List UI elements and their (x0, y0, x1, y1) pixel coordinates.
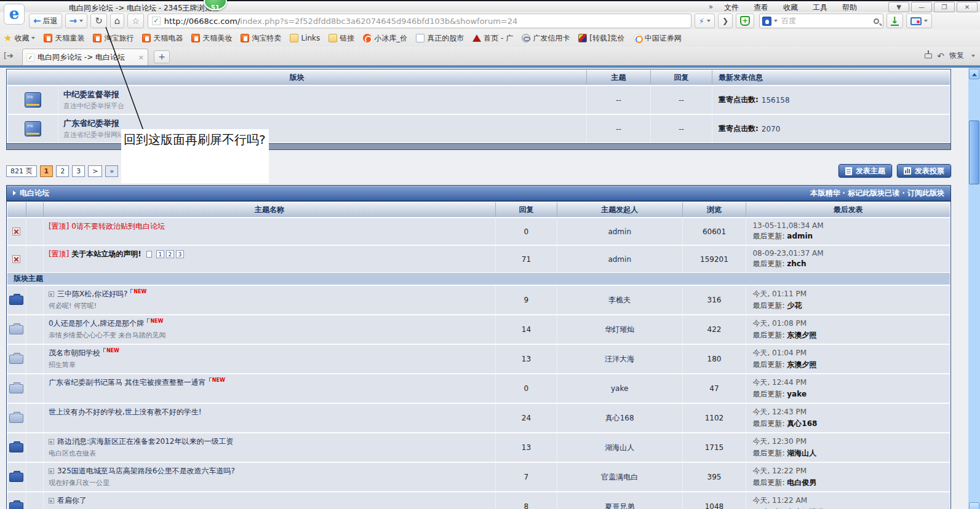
bookmark-item[interactable]: 真正的股市 (416, 33, 464, 44)
thread-title-link[interactable]: 广东省纪委副书记落马 其住宅被搜查整整一通宵 (49, 377, 206, 388)
clean-icon[interactable] (925, 53, 932, 58)
starter-link[interactable]: 华灯璀灿 (605, 325, 634, 335)
thread-title-link[interactable]: 看扁你了 (57, 495, 87, 506)
search-engine-dropdown-icon[interactable] (774, 20, 778, 22)
screenshot-dropdown-icon[interactable] (924, 20, 928, 22)
screenshot-button[interactable] (906, 14, 932, 28)
bookmark-item[interactable]: 天猫电器 (142, 33, 183, 44)
bookmark-item[interactable]: 中国证券网 (634, 33, 682, 44)
bookmark-folder[interactable]: 链接 (329, 33, 354, 44)
thread-title-link[interactable]: 三中陈X松,你还好吗? (57, 289, 127, 299)
new-poll-button[interactable]: 发表投票 (897, 164, 951, 178)
bookmark-item[interactable]: 天猫童装 (44, 33, 84, 44)
url-bar[interactable]: ✓ http://0668cc.com/index.php?s=2f52dfdd… (148, 14, 691, 28)
thread-title-link[interactable]: 茂名市朝阳学校 (49, 348, 100, 358)
starter-link[interactable]: 汪洋大海 (605, 354, 634, 365)
restore-tab-icon[interactable]: ↶ (937, 51, 944, 61)
restore-dropdown-icon[interactable] (971, 55, 975, 57)
last-poster-link[interactable]: 少花 (787, 301, 802, 310)
side-panel-icon[interactable]: [➔ (4, 51, 14, 60)
forward-button[interactable]: → (65, 14, 88, 28)
menu-favorites[interactable]: 收藏 (783, 2, 798, 13)
last-poster-link[interactable]: 东澳夕照 (787, 360, 816, 369)
page-scrollbar[interactable] (968, 68, 980, 509)
starter-link[interactable]: 真心168 (605, 413, 634, 424)
menu-file[interactable]: 文件 (724, 2, 739, 13)
download-button[interactable]: ↓ (886, 14, 903, 28)
thread-title-link[interactable]: 0人还是那个人,牌还是那个牌 (49, 318, 144, 329)
favorite-star-button[interactable]: ☆ (127, 14, 144, 28)
forward-dropdown-icon[interactable] (79, 20, 83, 22)
thread-page-2[interactable]: 2 (166, 250, 174, 258)
starter-link[interactable]: 李樵夫 (608, 295, 631, 306)
thread-page-1[interactable]: 1 (156, 250, 164, 258)
goto-last-post-icon[interactable] (49, 291, 54, 297)
menu-tools[interactable]: 工具 (813, 2, 827, 13)
bookmark-item[interactable]: 广发信用卡 (522, 33, 570, 44)
menu-overflow-icon[interactable]: » (709, 2, 713, 13)
active-tab[interactable]: ✓ 电白同乡论坛 -> 电白论坛 × (22, 49, 148, 65)
new-topic-button[interactable]: 发表主题 (839, 164, 892, 178)
page-3[interactable]: 3 (72, 165, 85, 177)
scroll-down-button[interactable] (969, 502, 979, 509)
bookmark-item[interactable]: 淘宝特卖 (241, 33, 281, 44)
bookmark-folder[interactable]: Links (290, 34, 320, 42)
menu-view[interactable]: 查看 (754, 2, 768, 13)
thread-title-link[interactable]: 0请不要转政治贴到电白论坛 (71, 221, 165, 232)
thread-title-link[interactable]: 关于本站立场的声明! (71, 249, 141, 259)
bookmark-item[interactable]: 淘宝旅行 (93, 33, 133, 44)
bookmark-item[interactable]: 小冰库_价 (363, 33, 407, 44)
bookmark-item[interactable]: [转载]竞价 (578, 33, 624, 44)
search-box[interactable] (759, 14, 883, 28)
restore-window-button[interactable]: ❐ (934, 2, 955, 12)
page-2[interactable]: 2 (56, 165, 69, 177)
scrollbar-thumb[interactable] (969, 120, 979, 184)
go-button[interactable]: ❯ (718, 14, 733, 28)
last-poster-link[interactable]: 电白俊男 (787, 478, 816, 487)
home-button[interactable]: ⌂ (110, 14, 125, 28)
speed-dropdown-icon[interactable] (707, 20, 711, 22)
search-input[interactable] (781, 17, 874, 25)
board-link[interactable]: 中纪委监督举报 (63, 89, 119, 100)
starter-link[interactable]: 官盖满电白 (601, 472, 638, 483)
page-1[interactable]: 1 (40, 165, 54, 177)
forum-bar-links[interactable]: 本版精华 · 标记此版块已读 · 订阅此版块 (810, 188, 944, 199)
last-poster-link[interactable]: admin (787, 232, 813, 240)
minimize-button[interactable]: — (911, 2, 932, 12)
last-poster-link[interactable]: 真心168 (787, 419, 817, 428)
skin-button[interactable]: ▼ (888, 2, 909, 12)
thread-page-3[interactable]: 3 (176, 250, 184, 258)
adblock-button[interactable]: + (736, 14, 754, 28)
goto-last-post-icon[interactable] (49, 498, 54, 503)
last-poster-link[interactable]: yake (787, 390, 807, 398)
thread-title-link[interactable]: 路边消息:滨海新区正在准备套2012年以来的一级工资 (57, 436, 234, 447)
speed-mode-button[interactable]: ⚡ (695, 14, 715, 28)
favorites-dropdown-icon[interactable] (31, 37, 35, 39)
starter-link[interactable]: yake (611, 384, 628, 393)
board-link[interactable]: 广东省纪委举报 (63, 118, 119, 129)
favorites-menu[interactable]: ★ 收藏 (4, 33, 35, 44)
starter-link[interactable]: 夏哥兄弟 (605, 502, 634, 509)
last-poster-link[interactable]: zhch (787, 259, 806, 268)
starter-link[interactable]: 湖海山人 (605, 443, 634, 453)
menu-help[interactable]: 帮助 (842, 2, 857, 13)
thread-title-link[interactable]: 325国道电城至马店高架路段6公里不是改造六车道吗? (57, 466, 235, 476)
bookmark-item[interactable]: 天猫美妆 (191, 33, 232, 44)
tab-close-icon[interactable]: × (138, 53, 144, 61)
goto-last-post-icon[interactable] (49, 468, 54, 474)
scroll-up-button[interactable] (969, 69, 979, 79)
starter-link[interactable]: admin (608, 227, 631, 236)
starter-link[interactable]: admin (608, 255, 631, 264)
close-window-button[interactable]: ✕ (957, 2, 978, 12)
back-button[interactable]: ← 后退 (29, 14, 62, 28)
page-next[interactable]: > (88, 165, 102, 177)
last-poster-link[interactable]: 东澳夕照 (787, 331, 816, 339)
last-poster-link[interactable]: 湖海山人 (787, 449, 816, 457)
page-last[interactable]: » (105, 165, 118, 177)
forum-title[interactable]: 电白论坛 (20, 188, 49, 199)
new-tab-button[interactable]: + (154, 50, 170, 63)
goto-last-post-icon[interactable] (49, 439, 54, 444)
refresh-button[interactable]: ↻ (90, 14, 107, 28)
thread-title-link[interactable]: 世上没有办不好的学校,世上没有教不好的学生! (49, 407, 202, 417)
restore-tab-label[interactable]: 恢复 (949, 50, 964, 61)
